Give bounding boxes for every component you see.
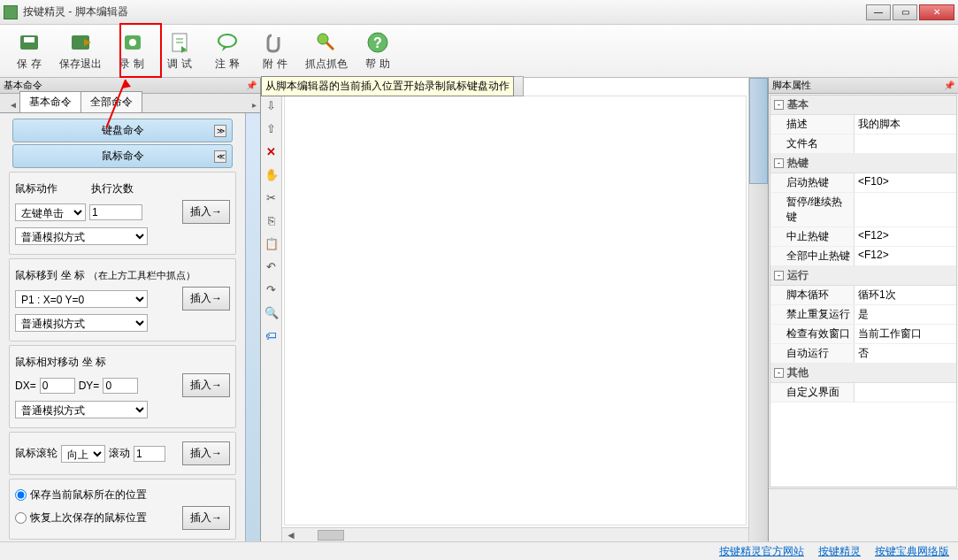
property-grid: -基本 描述我的脚本 文件名 -热键 启动热键<F10> 暂停/继续热键 中止热… xyxy=(770,95,957,487)
cut-icon[interactable]: ✂ xyxy=(264,189,280,205)
mouse-save-pos-group: 保存当前鼠标所在的位置 恢复上次保存的鼠标位置 插入→ xyxy=(9,479,236,540)
svg-point-6 xyxy=(129,39,136,46)
exec-count-input[interactable] xyxy=(89,204,142,220)
mouse-wheel-group: 鼠标滚轮 向上 滚动 插入→ xyxy=(9,432,236,475)
dx-input[interactable] xyxy=(40,378,75,394)
prop-row[interactable]: 全部中止热键<F12> xyxy=(770,247,956,266)
minimize-button[interactable]: — xyxy=(866,4,891,20)
maximize-button[interactable]: ▭ xyxy=(893,4,917,20)
expand-icon[interactable]: ≫ xyxy=(214,125,226,137)
save-pos-radio[interactable] xyxy=(15,489,27,501)
center-scrollbar[interactable] xyxy=(748,78,768,541)
help-icon: ? xyxy=(365,30,390,55)
mouse-action-select[interactable]: 左键单击 xyxy=(15,203,86,221)
tab-all-commands[interactable]: 全部命令 xyxy=(80,91,142,112)
insert-button[interactable]: 插入→ xyxy=(182,441,230,465)
command-list: 键盘命令 ≫ 鼠标命令 ≪ 鼠标动作 执行次数 左键单击 插入→ xyxy=(0,113,245,541)
prop-row[interactable]: 中止热键<F12> xyxy=(770,227,956,247)
insert-button[interactable]: 插入→ xyxy=(182,373,230,397)
mouse-cmd-header[interactable]: 鼠标命令 ≪ xyxy=(12,144,233,168)
left-panel: 基本命令 📌 ◄ 基本命令 全部命令 ▸ 键盘命令 ≫ 鼠标命令 ≪ 鼠标动作 xyxy=(0,78,261,541)
sim-mode-select[interactable]: 普通模拟方式 xyxy=(15,401,148,418)
collapse-icon[interactable]: ≪ xyxy=(214,150,226,163)
pin-icon[interactable]: 📌 xyxy=(246,81,257,90)
debug-icon xyxy=(167,30,192,55)
help-button[interactable]: ? 帮 助 xyxy=(356,27,400,75)
record-icon xyxy=(119,30,144,55)
prop-row[interactable]: 脚本循环循环1次 xyxy=(770,286,956,305)
property-description xyxy=(769,488,958,541)
sim-mode-select[interactable]: 普通模拟方式 xyxy=(15,314,148,332)
mouse-move-group: 鼠标移到 坐 标 （在上方工具栏中抓点） P1 : X=0 Y=0 插入→ 普通… xyxy=(9,258,236,341)
main-toolbar: 保 存 保存退出 录 制 调 试 注 释 附 件 抓点抓色 ? 帮 助 xyxy=(0,25,958,78)
paste-icon[interactable]: 📋 xyxy=(264,235,280,251)
right-panel: 脚本属性 📌 -基本 描述我的脚本 文件名 -热键 启动热键<F10> 暂停/继… xyxy=(768,78,958,541)
insert-button[interactable]: 插入→ xyxy=(182,506,230,530)
keyboard-cmd-header[interactable]: 键盘命令 ≫ xyxy=(12,119,233,142)
comment-button[interactable]: 注 释 xyxy=(205,27,249,75)
coord-point-select[interactable]: P1 : X=0 Y=0 xyxy=(15,290,148,308)
editor-vtoolbar: ⇩ ⇧ ✕ ✋ ✂ ⎘ 📋 ↶ ↷ 🔍 🏷 xyxy=(261,94,282,541)
prop-row[interactable]: 自动运行否 xyxy=(770,344,956,364)
insert-button[interactable]: 插入→ xyxy=(182,287,230,311)
h-scrollbar[interactable]: ◄ xyxy=(282,527,748,541)
save-exit-button[interactable]: 保存退出 xyxy=(55,27,106,75)
attach-button[interactable]: 附 件 xyxy=(253,27,297,75)
insert-button[interactable]: 插入→ xyxy=(182,200,230,224)
record-tooltip: 从脚本编辑器的当前插入位置开始录制鼠标键盘动作 xyxy=(261,76,514,96)
footer-link-product[interactable]: 按键精灵 xyxy=(818,544,861,559)
prop-cat-hotkey[interactable]: -热键 xyxy=(770,154,956,173)
attach-icon xyxy=(263,30,287,55)
undo-icon[interactable]: ↶ xyxy=(264,258,280,274)
editor-area: 从脚本编辑器的当前插入位置开始录制鼠标键盘动作 普 通 源文件 ⇩ ⇧ ✕ ✋ … xyxy=(261,78,748,541)
prop-row[interactable]: 描述我的脚本 xyxy=(770,115,956,134)
wheel-value-input[interactable] xyxy=(134,446,165,462)
mouse-action-label: 鼠标动作 xyxy=(15,181,57,196)
dy-input[interactable] xyxy=(103,378,138,394)
footer-link-dict[interactable]: 按键宝典网络版 xyxy=(875,544,949,559)
prop-row[interactable]: 检查有效窗口当前工作窗口 xyxy=(770,325,956,344)
svg-text:?: ? xyxy=(373,35,382,50)
bookmark-icon[interactable]: 🏷 xyxy=(264,327,280,343)
color-pick-button[interactable]: 抓点抓色 xyxy=(301,27,352,75)
save-exit-icon xyxy=(68,30,93,55)
prop-cat-other[interactable]: -其他 xyxy=(770,364,956,383)
tab-basic-commands[interactable]: 基本命令 xyxy=(19,91,81,112)
hand-icon[interactable]: ✋ xyxy=(264,166,280,182)
svg-point-9 xyxy=(218,35,236,47)
title-bar: 按键精灵 - 脚本编辑器 — ▭ ✕ xyxy=(0,0,958,25)
record-button[interactable]: 录 制 xyxy=(110,27,154,75)
wheel-dir-select[interactable]: 向上 xyxy=(61,445,105,463)
left-scrollbar[interactable] xyxy=(245,113,260,541)
up-arrow-icon[interactable]: ⇧ xyxy=(264,120,280,136)
restore-pos-radio[interactable] xyxy=(15,512,27,524)
tab-nav-left[interactable]: ◄ xyxy=(7,96,19,112)
status-bar: 按键精灵官方网站 按键精灵 按键宝典网络版 xyxy=(0,541,958,560)
pin-icon[interactable]: 📌 xyxy=(944,81,954,90)
prop-cat-basic[interactable]: -基本 xyxy=(770,96,956,115)
save-button[interactable]: 保 存 xyxy=(7,27,51,75)
prop-row[interactable]: 文件名 xyxy=(770,134,956,154)
prop-row[interactable]: 禁止重复运行是 xyxy=(770,305,956,325)
down-arrow-icon[interactable]: ⇩ xyxy=(264,97,280,113)
delete-icon[interactable]: ✕ xyxy=(264,143,280,159)
redo-icon[interactable]: ↷ xyxy=(264,281,280,297)
prop-row[interactable]: 自定义界面 xyxy=(770,383,956,403)
close-button[interactable]: ✕ xyxy=(919,4,954,20)
prop-row[interactable]: 暂停/继续热键 xyxy=(770,193,956,227)
prop-row[interactable]: 启动热键<F10> xyxy=(770,173,956,193)
app-icon xyxy=(4,5,18,19)
copy-icon[interactable]: ⎘ xyxy=(264,212,280,228)
prop-cat-run[interactable]: -运行 xyxy=(770,266,956,286)
save-icon xyxy=(17,30,42,55)
footer-link-official[interactable]: 按键精灵官方网站 xyxy=(719,544,804,559)
find-icon[interactable]: 🔍 xyxy=(264,304,280,320)
exec-count-label: 执行次数 xyxy=(91,181,134,196)
right-panel-header: 脚本属性 📌 xyxy=(769,78,958,94)
code-editor[interactable] xyxy=(284,96,747,525)
debug-button[interactable]: 调 试 xyxy=(157,27,202,75)
window-title: 按键精灵 - 脚本编辑器 xyxy=(23,4,866,19)
picker-icon xyxy=(314,30,339,55)
tab-nav-right[interactable]: ▸ xyxy=(248,96,260,112)
sim-mode-select[interactable]: 普通模拟方式 xyxy=(15,227,148,245)
